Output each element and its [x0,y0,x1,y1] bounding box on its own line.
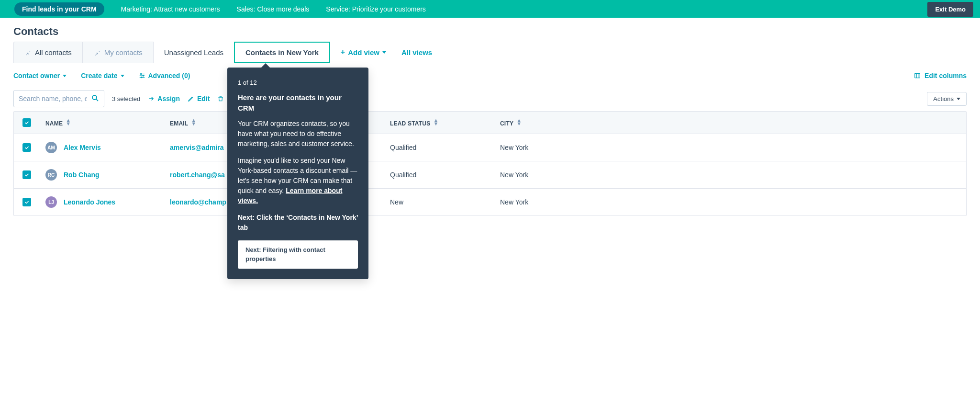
col-header-name[interactable]: NAME▲▼ [37,112,161,134]
chevron-down-icon [957,98,960,100]
page-title: Contacts [0,18,980,42]
edit-button[interactable]: Edit [188,95,210,102]
col-header-lead-status[interactable]: LEAD STATUS▲▼ [381,112,491,134]
tab-unassigned-leads[interactable]: Unassigned Leads [154,42,234,63]
demo-banner: Find leads in your CRM Marketing: Attrac… [0,0,980,18]
sort-icon: ▲▼ [516,119,522,125]
avatar: AM [45,142,57,153]
tab-all-contacts[interactable]: All contacts [13,42,83,63]
add-view-button[interactable]: + Add view [330,48,397,57]
popover-arrow [261,63,270,68]
all-views-link[interactable]: All views [397,48,437,57]
filter-create-date[interactable]: Create date [81,72,124,79]
actions-dropdown[interactable]: Actions [927,92,967,106]
select-all-checkbox[interactable] [22,118,31,127]
tab-contacts-in-new-york[interactable]: Contacts in New York [234,42,330,63]
selected-count: 3 selected [112,95,140,102]
table-row[interactable]: AM Alex Mervis amervis@admira Qualified … [14,134,966,161]
col-header-city[interactable]: CITY▲▼ [491,112,966,134]
avatar: RC [45,169,57,181]
chevron-down-icon [121,75,124,77]
assign-label: Assign [157,95,180,102]
columns-icon [914,72,921,79]
lead-status-cell: Qualified [381,134,491,161]
filter-bar: Contact owner Create date Advanced (0) E… [0,63,980,88]
lead-status-cell: New [381,189,491,216]
city-cell: New York [491,189,966,216]
chevron-down-icon [63,75,67,77]
filter-label: Create date [81,72,117,79]
onboarding-popover: 1 of 12 Here are your contacts in your C… [227,68,368,235]
popover-step-count: 1 of 12 [238,78,358,88]
popover-body-1: Your CRM organizes contacts, so you have… [238,119,358,149]
chevron-down-icon [382,51,386,54]
tabs-strip: All contacts My contacts Unassigned Lead… [0,42,980,63]
avatar: LJ [45,196,57,208]
contacts-table: NAME▲▼ EMAIL▲▼ LEAD STATUS▲▼ CITY▲▼ AM A… [13,111,967,216]
tab-label: Contacts in New York [245,48,319,57]
banner-item-sales[interactable]: Sales: Close more deals [237,5,310,13]
edit-columns-label: Edit columns [924,72,967,79]
tab-label: Unassigned Leads [164,48,223,57]
exit-demo-button[interactable]: Exit Demo [927,2,973,17]
filter-label: Contact owner [13,72,60,79]
action-bar: 3 selected Assign Edit D Actions [0,88,980,111]
search-icon[interactable] [91,94,100,102]
filter-label: Advanced (0) [148,72,190,79]
sort-icon: ▲▼ [191,119,196,125]
filter-advanced[interactable]: Advanced (0) [139,72,190,79]
arrow-right-icon [148,95,155,102]
sort-icon: ▲▼ [433,119,438,125]
pencil-icon [188,95,194,102]
filter-contact-owner[interactable]: Contact owner [13,72,67,79]
trash-icon [217,95,224,102]
contact-name-link[interactable]: Leonardo Jones [64,198,115,206]
banner-item-marketing[interactable]: Marketing: Attract new customers [121,5,220,13]
svg-point-3 [140,73,141,74]
contact-email-link[interactable]: amervis@admira [170,144,224,151]
row-checkbox[interactable] [22,143,31,152]
edit-label: Edit [197,95,210,102]
popover-title: Here are your contacts in your CRM [238,92,358,114]
table-row[interactable]: RC Rob Chang robert.chang@sa Qualified N… [14,161,966,189]
banner-item-service[interactable]: Service: Prioritize your customers [326,5,426,13]
popover-next-instruction: Next: Click the ‘Contacts in New York’ t… [238,213,358,233]
svg-rect-6 [915,73,920,78]
tab-my-contacts[interactable]: My contacts [83,42,154,63]
contact-email-link[interactable]: robert.chang@sa [170,171,225,179]
tab-label: All contacts [35,48,72,57]
sort-icon: ▲▼ [66,119,71,125]
pin-icon [94,49,100,56]
edit-columns-button[interactable]: Edit columns [914,72,967,79]
row-checkbox[interactable] [22,170,31,179]
popover-body-2: Imagine you'd like to send your New York… [238,156,358,206]
lead-status-cell: Qualified [381,161,491,189]
pin-icon [24,49,31,56]
assign-button[interactable]: Assign [148,95,180,102]
contact-name-link[interactable]: Rob Chang [64,171,100,179]
contact-name-link[interactable]: Alex Mervis [64,144,101,151]
actions-label: Actions [933,95,954,102]
svg-point-5 [141,77,142,78]
add-view-label: Add view [348,48,379,57]
city-cell: New York [491,134,966,161]
svg-line-10 [96,99,98,101]
contact-email-link[interactable]: leonardo@champ [170,198,226,206]
svg-point-9 [92,95,97,100]
table-row[interactable]: LJ Leonardo Jones leonardo@champ New New… [14,189,966,216]
banner-pill-find-leads[interactable]: Find leads in your CRM [14,2,104,16]
tab-label: My contacts [104,48,143,57]
sliders-icon [139,72,145,79]
city-cell: New York [491,161,966,189]
svg-point-4 [143,75,144,76]
row-checkbox[interactable] [22,198,31,206]
plus-icon: + [341,48,345,57]
